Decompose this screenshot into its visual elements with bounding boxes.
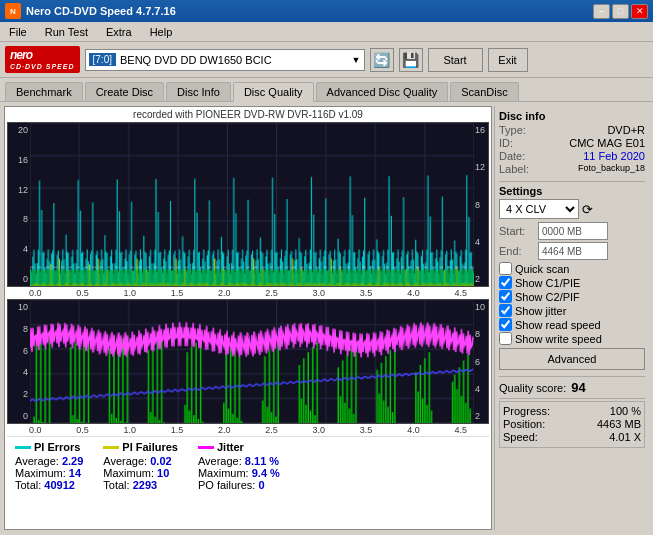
tab-bar: Benchmark Create Disc Disc Info Disc Qua… (0, 78, 653, 102)
x-label-9: 4.5 (454, 288, 467, 298)
refresh-button[interactable]: 🔄 (370, 48, 394, 72)
top-y-right-1: 12 (475, 162, 487, 172)
x-label-8: 4.0 (407, 288, 420, 298)
bottom-y-right-0: 10 (475, 302, 487, 312)
quick-scan-label: Quick scan (515, 263, 569, 275)
top-y-left-3: 8 (10, 214, 28, 224)
quick-scan-checkbox[interactable] (499, 262, 512, 275)
bottom-y-right-4: 2 (475, 411, 487, 421)
maximize-button[interactable]: □ (612, 4, 629, 19)
progress-section: Progress: 100 % Position: 4463 MB Speed:… (499, 401, 645, 448)
x-label-7: 3.5 (360, 288, 373, 298)
jitter-legend: Jitter Average: 8.11 % Maximum: 9.4 % PO… (198, 441, 280, 491)
quality-score-label: Quality score: (499, 382, 566, 394)
bottom-y-right-2: 6 (475, 357, 487, 367)
tab-create-disc[interactable]: Create Disc (85, 82, 164, 101)
show-c1pie-checkbox[interactable] (499, 276, 512, 289)
top-y-right-2: 8 (475, 200, 487, 210)
progress-label: Progress: (503, 405, 550, 417)
app-icon: N (5, 3, 21, 19)
top-y-right-4: 2 (475, 274, 487, 284)
bottom-y-right-3: 4 (475, 384, 487, 394)
progress-value: 100 % (610, 405, 641, 417)
show-c1pie-label: Show C1/PIE (515, 277, 580, 289)
top-y-left-4: 4 (10, 244, 28, 254)
bottom-y-left-4: 2 (10, 389, 28, 399)
position-label: Position: (503, 418, 545, 430)
date-value: 11 Feb 2020 (583, 150, 645, 162)
close-button[interactable]: ✕ (631, 4, 648, 19)
show-read-speed-checkbox[interactable] (499, 318, 512, 331)
x-label-3: 1.5 (171, 288, 184, 298)
x-label-5: 2.5 (265, 288, 278, 298)
window-title: Nero CD-DVD Speed 4.7.7.16 (26, 5, 176, 17)
start-input[interactable] (538, 222, 608, 240)
end-input[interactable] (538, 242, 608, 260)
tab-advanced-disc-quality[interactable]: Advanced Disc Quality (316, 82, 449, 101)
speed-icon: ⟳ (582, 202, 593, 217)
start-label: Start: (499, 225, 534, 237)
speed-label: Speed: (503, 431, 538, 443)
menu-help[interactable]: Help (146, 25, 177, 39)
nero-logo: nero CD·DVD SPEED (5, 46, 80, 73)
drive-dropdown-arrow: ▼ (352, 55, 361, 65)
top-y-left-1: 16 (10, 155, 28, 165)
x-label-0: 0.0 (29, 288, 42, 298)
id-value: CMC MAG E01 (569, 137, 645, 149)
position-value: 4463 MB (597, 418, 641, 430)
show-write-speed-label: Show write speed (515, 333, 602, 345)
type-label: Type: (499, 124, 526, 136)
menu-bar: File Run Test Extra Help (0, 22, 653, 42)
x-label-4: 2.0 (218, 288, 231, 298)
quality-score-value: 94 (571, 380, 585, 395)
top-y-left-5: 0 (10, 274, 28, 284)
toolbar: nero CD·DVD SPEED [7:0] BENQ DVD DD DW16… (0, 42, 653, 78)
tab-benchmark[interactable]: Benchmark (5, 82, 83, 101)
speed-dropdown[interactable]: 4 X CLV (499, 199, 579, 219)
disc-info-title: Disc info (499, 110, 645, 122)
disc-label-label: Label: (499, 163, 529, 175)
pi-errors-legend: PI Errors Average: 2.29 Maximum: 14 Tota… (15, 441, 83, 491)
show-c2pif-label: Show C2/PIF (515, 291, 580, 303)
bottom-y-left-1: 8 (10, 324, 28, 334)
title-bar: N Nero CD-DVD Speed 4.7.7.16 – □ ✕ (0, 0, 653, 22)
menu-extra[interactable]: Extra (102, 25, 136, 39)
settings-section: Settings 4 X CLV ⟳ Start: End: Quick sca… (499, 185, 645, 370)
show-read-speed-label: Show read speed (515, 319, 601, 331)
tab-disc-quality[interactable]: Disc Quality (233, 82, 314, 102)
drive-selector[interactable]: [7:0] BENQ DVD DD DW1650 BCIC ▼ (85, 49, 365, 71)
show-write-speed-checkbox[interactable] (499, 332, 512, 345)
tab-scandisc[interactable]: ScanDisc (450, 82, 518, 101)
pi-failures-legend: PI Failures Average: 0.02 Maximum: 10 To… (103, 441, 178, 491)
drive-index-label: [7:0] (89, 53, 116, 66)
tab-disc-info[interactable]: Disc Info (166, 82, 231, 101)
show-c2pif-checkbox[interactable] (499, 290, 512, 303)
x-label-1: 0.5 (76, 288, 89, 298)
menu-file[interactable]: File (5, 25, 31, 39)
x-label-6: 3.0 (313, 288, 326, 298)
bottom-y-left-0: 10 (10, 302, 28, 312)
save-button[interactable]: 💾 (399, 48, 423, 72)
start-button[interactable]: Start (428, 48, 483, 72)
drive-name: BENQ DVD DD DW1650 BCIC (120, 54, 352, 66)
show-jitter-checkbox[interactable] (499, 304, 512, 317)
bottom-y-left-5: 0 (10, 411, 28, 421)
bottom-y-right-1: 8 (475, 329, 487, 339)
exit-button[interactable]: Exit (488, 48, 528, 72)
x-label-2: 1.0 (124, 288, 137, 298)
top-y-left-0: 20 (10, 125, 28, 135)
chart-subtitle: recorded with PIONEER DVD-RW DVR-116D v1… (7, 109, 489, 122)
id-label: ID: (499, 137, 513, 149)
advanced-button[interactable]: Advanced (499, 348, 645, 370)
disc-label-value: Foto_backup_18 (578, 163, 645, 175)
menu-run-test[interactable]: Run Test (41, 25, 92, 39)
top-y-right-0: 16 (475, 125, 487, 135)
bottom-y-left-2: 6 (10, 346, 28, 356)
quality-score-section: Quality score: 94 (499, 380, 645, 395)
minimize-button[interactable]: – (593, 4, 610, 19)
show-jitter-label: Show jitter (515, 305, 566, 317)
top-y-left-2: 12 (10, 185, 28, 195)
end-label: End: (499, 245, 534, 257)
speed-value: 4.01 X (609, 431, 641, 443)
top-y-right-3: 4 (475, 237, 487, 247)
